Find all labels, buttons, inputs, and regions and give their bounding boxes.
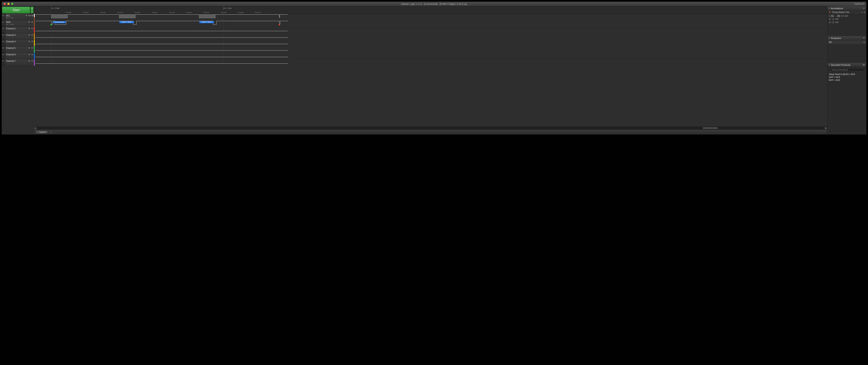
decode-bubble[interactable]: 0xFF + ACK — [199, 21, 214, 23]
channel-gear-button[interactable]: ⚙ — [28, 40, 31, 43]
channel-info[interactable]: SDA I2C - SDA — [5, 20, 28, 27]
search-icon: ⌕ — [830, 69, 831, 71]
channel-gear-button[interactable]: ⚙ — [25, 14, 28, 17]
app-body: Start ▲ ▼ 00 SCL I2C - SCL ⚙◀▶ 01 SDA I2… — [2, 6, 866, 135]
add-annotation-button[interactable]: ＋ — [862, 7, 866, 10]
marker-a1-badge: A1 — [830, 15, 834, 17]
decoded-protocol-item[interactable]: 0xFF + ACK — [829, 79, 865, 82]
timing-pair-gear-button[interactable]: ⚙ — [864, 11, 866, 13]
add-analyzer-button[interactable]: ＋ — [862, 37, 866, 39]
trigger-rising-button[interactable] — [30, 14, 32, 17]
channel-name: Channel 2 — [6, 27, 27, 30]
marker-name: A1 — [829, 18, 831, 20]
channel-buttons: ⚙✕ — [28, 27, 34, 33]
timing-pair-header[interactable]: 📍 Timing Marker Pair ▼ ⚙ — [828, 10, 866, 14]
channel-buttons: ⚙✕ — [28, 20, 34, 27]
drag-grip-icon[interactable] — [2, 50, 5, 51]
drag-grip-icon[interactable] — [2, 43, 5, 45]
channel-buttons: ⚙✕ — [28, 53, 34, 59]
scrollbar-thumb[interactable] — [703, 127, 718, 129]
channel-remove-button[interactable]: ✕ — [31, 47, 33, 50]
channel-number: 04 — [2, 40, 5, 46]
ruler-tick — [103, 12, 103, 13]
analyzers-header[interactable]: ▼ Analyzers ＋ — [828, 36, 866, 40]
scroll-left-arrow[interactable]: ◀ — [34, 127, 37, 130]
channel-gear-button[interactable]: ⚙ — [28, 21, 31, 24]
options-menu[interactable]: Options ▾ — [855, 2, 866, 5]
channel-remove-button[interactable]: ✕ — [31, 27, 33, 30]
channel-info[interactable]: Channel 3 — [5, 33, 28, 39]
channel-gear-button[interactable]: ⚙ — [28, 60, 31, 62]
trigger-next-button[interactable]: ▶ — [32, 14, 33, 17]
start-button[interactable]: Start — [2, 7, 30, 13]
channel-info[interactable]: Channel 5 — [5, 46, 28, 53]
annotations-header[interactable]: ▼ Annotations ＋ — [828, 6, 866, 10]
analyzer-gear-button[interactable]: ⚙ — [863, 41, 865, 44]
window-title: Saleae Logic 1.2.9 - [Connected] - [8 MH… — [2, 2, 866, 5]
channel-gear-button[interactable]: ⚙ — [28, 27, 31, 30]
channel-info[interactable]: Channel 6 — [5, 53, 28, 59]
channel-name: Channel 7 — [6, 60, 27, 62]
decoded-gear-button[interactable]: ⚙ — [862, 63, 866, 66]
channel-info[interactable]: Channel 4 — [5, 40, 28, 46]
timing-marker-row[interactable]: A2 @ ### — [828, 21, 866, 24]
channel-remove-button[interactable]: ✕ — [31, 40, 33, 43]
ruler-tick — [137, 12, 137, 13]
channel-info[interactable]: Channel 7 — [5, 59, 28, 65]
close-window-button[interactable] — [4, 3, 6, 5]
drag-grip-icon[interactable] — [2, 62, 5, 64]
chevron-down-icon[interactable]: ▼ — [861, 11, 863, 13]
channel-gear-button[interactable]: ⚙ — [28, 53, 31, 56]
channel-remove-button[interactable]: ✕ — [31, 34, 33, 36]
start-down-arrow[interactable]: ▼ — [31, 10, 33, 13]
start-up-arrow[interactable]: ▲ — [31, 7, 33, 10]
decoded-header[interactable]: ▼ Decoded Protocols ⚙ — [828, 63, 866, 67]
time-ruler[interactable]: 0 s : 0 ms0 s : 1 ms+0.1 ms+0.2 ms+0.3 m… — [34, 6, 827, 14]
channel-row: 04 Channel 4 ⚙✕ — [2, 40, 34, 46]
pin-icon: 📍 — [829, 11, 831, 13]
channel-info[interactable]: Channel 2 — [5, 27, 28, 33]
tab-overflow-button[interactable]: » — [50, 131, 53, 134]
decoded-protocol-item[interactable]: 0xFF + ACK — [829, 76, 865, 79]
trigger-prev-button[interactable]: ◀ — [28, 14, 30, 17]
channel-number: 02 — [2, 27, 5, 33]
channel-row: 05 Channel 5 ⚙✕ — [2, 46, 34, 53]
stop-marker-icon[interactable] — [278, 24, 280, 26]
channel-remove-button[interactable]: ✕ — [31, 53, 33, 56]
waveform-canvas[interactable]: Read [0x41]0xFF + ACK0xFF + ACK — [34, 14, 827, 127]
zoom-window-button[interactable] — [11, 3, 13, 5]
channel-name: SDA — [6, 21, 27, 24]
drag-grip-icon[interactable] — [2, 30, 5, 32]
channel-row: 03 Channel 3 ⚙✕ — [2, 33, 34, 40]
decode-bubble[interactable]: Read [0x41] — [53, 21, 66, 23]
timing-marker-row[interactable]: A1 @ ### — [828, 18, 866, 21]
channel-remove-button[interactable]: ✕ — [31, 60, 33, 62]
start-marker-icon[interactable] — [50, 24, 52, 26]
protocol-search-input[interactable] — [832, 69, 864, 71]
scrollbar-track[interactable] — [37, 127, 825, 129]
marker-value: ### — [835, 18, 839, 20]
protocol-search[interactable]: ⌕ — [829, 68, 866, 72]
channel-gear-button[interactable]: ⚙ — [28, 34, 31, 36]
scroll-right-arrow[interactable]: ▶ — [825, 127, 827, 130]
ruler-tick — [120, 12, 120, 13]
decode-bubble[interactable]: 0xFF + ACK — [119, 21, 134, 23]
decoded-protocol-item[interactable]: Setup Read to [0x41] + ACK — [829, 73, 865, 76]
drag-grip-icon[interactable] — [2, 17, 5, 19]
channel-info[interactable]: SCL I2C - SCL — [5, 14, 25, 20]
tab-capture[interactable]: ⌕ Capture — [35, 130, 49, 134]
horizontal-scrollbar[interactable]: ◀ ▶ — [34, 127, 827, 130]
drag-grip-icon[interactable] — [2, 56, 5, 58]
minimize-window-button[interactable] — [7, 3, 10, 5]
drag-grip-icon[interactable] — [2, 36, 5, 38]
timing-diff-row: | A1 - A2 | = ### — [828, 14, 866, 18]
waveform-area: 0 s : 0 ms0 s : 1 ms+0.1 ms+0.2 ms+0.3 m… — [34, 6, 827, 135]
channel-gear-button[interactable]: ⚙ — [28, 47, 31, 50]
channel-remove-button[interactable]: ✕ — [31, 21, 33, 24]
search-icon: ⌕ — [37, 131, 38, 133]
drag-grip-icon[interactable] — [2, 24, 5, 25]
ruler-major-label: 0 s : 0 ms — [51, 7, 59, 9]
channel-number: 05 — [2, 46, 5, 53]
ruler-tick — [189, 12, 189, 13]
analyzer-row[interactable]: I2C ⚙ — [828, 40, 866, 45]
